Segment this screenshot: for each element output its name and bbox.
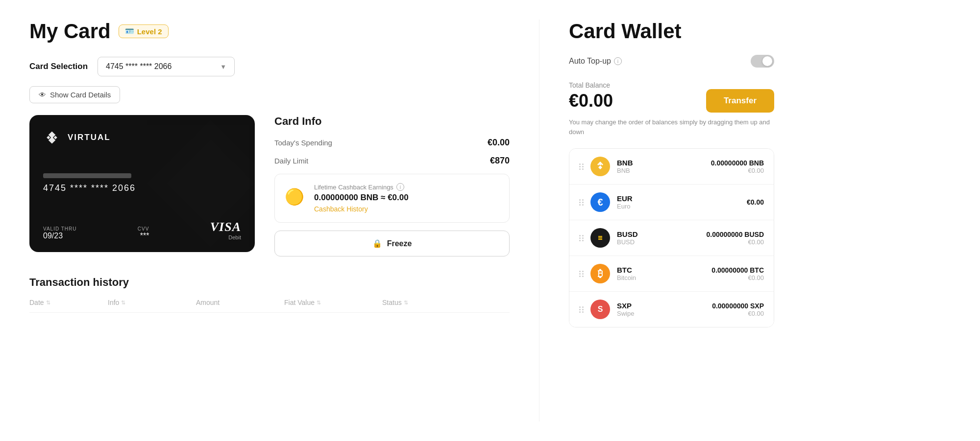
bnb-icon xyxy=(590,157,610,176)
total-balance-label: Total Balance xyxy=(569,81,774,89)
btc-sub: Bitcoin xyxy=(617,274,705,281)
page-title: My Card xyxy=(29,20,111,43)
balance-hint: You may change the order of balances sim… xyxy=(569,117,774,137)
toggle-knob xyxy=(762,56,772,66)
valid-thru-label: VALID THRU xyxy=(43,226,77,232)
cashback-history-link[interactable]: Cashback History xyxy=(314,205,368,213)
drag-handle-bnb[interactable] xyxy=(579,163,584,170)
card-brand-label: VIRTUAL xyxy=(68,133,111,142)
spending-value: €0.00 xyxy=(488,138,510,148)
auto-topup-info-icon[interactable]: i xyxy=(614,57,622,65)
level-badge-text: Level 2 xyxy=(137,27,162,36)
drag-handle-btc[interactable] xyxy=(579,271,584,277)
cvv-label: CVV xyxy=(138,226,149,232)
wallet-item-bnb: BNB BNB 0.00000000 BNB €0.00 xyxy=(569,149,774,185)
spending-label: Today's Spending xyxy=(274,139,332,147)
tx-history-title: Transaction history xyxy=(29,276,510,289)
total-balance-value: €0.00 xyxy=(569,91,613,111)
sxp-amount: 0.00000000 SXP xyxy=(712,302,764,310)
busd-eur: €0.00 xyxy=(706,238,764,246)
binance-logo-icon xyxy=(43,129,61,146)
wallet-item-btc: ₿ BTC Bitcoin 0.00000000 BTC €0.00 xyxy=(569,256,774,292)
wallet-item-sxp: S SXP Swipe 0.00000000 SXP €0.00 xyxy=(569,292,774,327)
show-details-label: Show Card Details xyxy=(50,91,111,99)
sxp-icon: S xyxy=(590,300,610,319)
bnb-name: BNB xyxy=(617,159,704,167)
tx-table-header: Date ⇅ Info ⇅ Amount Fiat Value ⇅ Status… xyxy=(29,299,510,313)
btc-eur: €0.00 xyxy=(711,274,764,281)
level-badge: 🪪 Level 2 xyxy=(119,24,169,38)
cashback-header-label: Lifetime Cashback Earnings xyxy=(314,184,393,191)
btc-icon: ₿ xyxy=(590,264,610,283)
card-masked-bar xyxy=(43,173,131,178)
busd-name: BUSD xyxy=(617,230,699,238)
sxp-sub: Swipe xyxy=(617,310,705,317)
bnb-amount: 0.00000000 BNB xyxy=(711,159,764,167)
auto-topup-label: Auto Top-up i xyxy=(569,57,622,66)
wallet-item-busd: BUSD BUSD 0.00000000 BUSD €0.00 xyxy=(569,220,774,256)
card-type-label: Debit xyxy=(210,234,241,240)
freeze-button[interactable]: 🔒 Freeze xyxy=(274,231,510,256)
eur-name: EUR xyxy=(617,194,740,203)
lock-icon: 🔒 xyxy=(372,239,382,248)
sxp-name: SXP xyxy=(617,302,705,310)
cashback-icon: 🟡 xyxy=(285,188,304,206)
visa-logo: VISA xyxy=(210,220,241,234)
sxp-eur: €0.00 xyxy=(712,310,764,317)
btc-amount: 0.00000000 BTC xyxy=(711,266,764,274)
cvv-value: *** xyxy=(138,232,149,240)
busd-icon xyxy=(590,228,610,248)
card-wallet-title: Card Wallet xyxy=(569,20,774,43)
eur-sub: Euro xyxy=(617,203,740,210)
col-info[interactable]: Info ⇅ xyxy=(108,299,196,306)
drag-handle-eur[interactable] xyxy=(579,199,584,206)
busd-sub: BUSD xyxy=(617,238,699,246)
transfer-button[interactable]: Transfer xyxy=(706,89,774,113)
valid-thru-date: 09/23 xyxy=(43,232,77,240)
btc-name: BTC xyxy=(617,266,705,274)
show-card-details-button[interactable]: 👁 Show Card Details xyxy=(29,86,120,103)
eye-icon: 👁 xyxy=(39,91,46,99)
eur-amount: €0.00 xyxy=(747,198,764,206)
sort-icon-fiat: ⇅ xyxy=(317,300,321,306)
col-status[interactable]: Status ⇅ xyxy=(382,299,461,306)
col-date[interactable]: Date ⇅ xyxy=(29,299,108,306)
card-info-title: Card Info xyxy=(274,115,510,128)
col-fiat-value[interactable]: Fiat Value ⇅ xyxy=(284,299,382,306)
drag-handle-sxp[interactable] xyxy=(579,306,584,313)
sort-icon-info: ⇅ xyxy=(121,300,125,306)
wallet-list: BNB BNB 0.00000000 BNB €0.00 € EUR xyxy=(569,148,774,327)
eur-icon: € xyxy=(590,192,610,212)
bnb-sub: BNB xyxy=(617,167,704,174)
cashback-box: 🟡 Lifetime Cashback Earnings i 0.0000000… xyxy=(274,174,510,223)
busd-amount: 0.00000000 BUSD xyxy=(706,231,764,238)
chevron-down-icon: ▼ xyxy=(220,63,226,70)
freeze-label: Freeze xyxy=(387,239,412,248)
col-amount[interactable]: Amount xyxy=(196,299,284,306)
cashback-amount: 0.00000000 BNB ≈ €0.00 xyxy=(314,193,499,203)
daily-limit-label: Daily Limit xyxy=(274,157,308,165)
card-icon: 🪪 xyxy=(125,27,134,36)
transaction-history-section: Transaction history Date ⇅ Info ⇅ Amount… xyxy=(29,276,510,313)
sort-icon-date: ⇅ xyxy=(46,300,50,306)
card-selection-dropdown[interactable]: 4745 **** **** 2066 ▼ xyxy=(98,57,235,76)
bnb-eur: €0.00 xyxy=(711,167,764,174)
cashback-info-icon[interactable]: i xyxy=(396,183,404,191)
virtual-card: VIRTUAL 4745 **** **** 2066 VALID THRU 0… xyxy=(29,115,255,252)
wallet-item-eur: € EUR Euro €0.00 xyxy=(569,185,774,220)
sort-icon-status: ⇅ xyxy=(404,300,408,306)
auto-topup-toggle[interactable] xyxy=(751,55,774,68)
drag-handle-busd[interactable] xyxy=(579,235,584,241)
card-number-text: 4745 **** **** 2066 xyxy=(43,183,241,193)
card-number-selected: 4745 **** **** 2066 xyxy=(106,62,172,71)
card-info-panel: Card Info Today's Spending €0.00 Daily L… xyxy=(274,115,510,256)
daily-limit-value: €870 xyxy=(490,156,510,166)
card-selection-label: Card Selection xyxy=(29,62,88,71)
